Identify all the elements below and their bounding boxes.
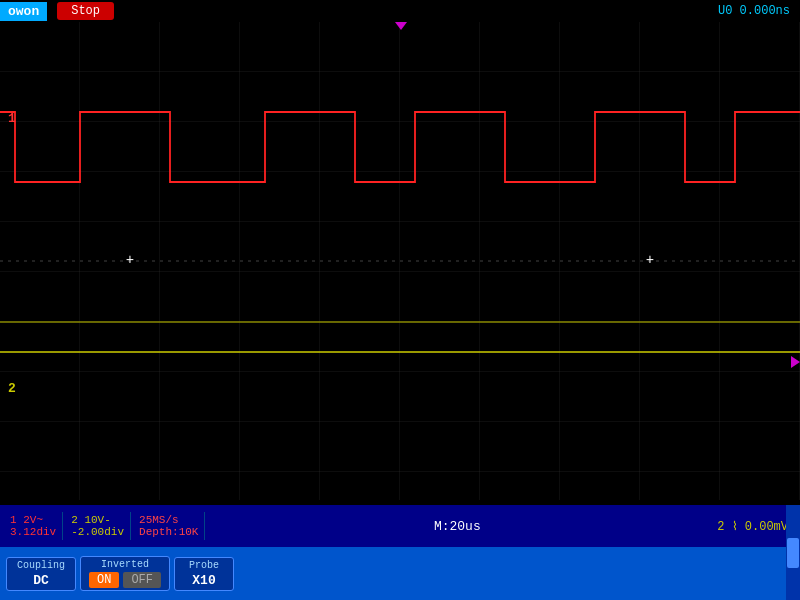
timebase: M:20us [434, 519, 481, 534]
top-bar: owon Stop U0 0.000ns [0, 0, 800, 22]
inverted-buttons: ON OFF [89, 572, 161, 588]
sample-rate: 25MS/s [139, 514, 198, 526]
coupling-value: DC [33, 573, 49, 588]
svg-text:+: + [646, 252, 654, 268]
depth: Depth:10K [139, 526, 198, 538]
inverted-label: Inverted [101, 559, 149, 570]
trigger-marker [395, 22, 407, 30]
ch1-status: 1 2V~ 3.12div [4, 512, 63, 540]
coupling-control[interactable]: Coupling DC [6, 557, 76, 591]
inverted-control: Inverted ON OFF [80, 556, 170, 591]
svg-text:1: 1 [8, 111, 16, 126]
ch2-volt: 2 10V- [71, 514, 124, 526]
inverted-off-button[interactable]: OFF [123, 572, 161, 588]
scroll-thumb[interactable] [787, 538, 799, 568]
probe-value: X10 [192, 573, 215, 588]
time-status: M:20us [207, 519, 707, 534]
bottom-bar: 1 2V~ 3.12div 2 10V- -2.00div 25MS/s Dep… [0, 505, 800, 600]
ch1-volt: 1 2V~ [10, 514, 56, 526]
right-scrollbar[interactable] [786, 505, 800, 600]
probe-control[interactable]: Probe X10 [174, 557, 234, 591]
scope-screen: + + 1 2 [0, 22, 800, 505]
svg-text:2: 2 [8, 381, 16, 396]
stop-button[interactable]: Stop [57, 2, 114, 20]
probe-label: Probe [189, 560, 219, 571]
control-row: Coupling DC Inverted ON OFF Probe X10 [0, 547, 800, 600]
brand-logo: owon [0, 2, 47, 21]
sample-status: 25MS/s Depth:10K [133, 512, 205, 540]
ch1-div: 3.12div [10, 526, 56, 538]
inverted-on-button[interactable]: ON [89, 572, 119, 588]
ch2-right-status: 2 ⌇ 0.00mV [709, 519, 796, 534]
ch2-status: 2 10V- -2.00div [65, 512, 131, 540]
ch2-div: -2.00div [71, 526, 124, 538]
waveform-svg: + + 1 2 [0, 22, 800, 505]
trigger-info: U0 0.000ns [718, 4, 800, 18]
status-row: 1 2V~ 3.12div 2 10V- -2.00div 25MS/s Dep… [0, 505, 800, 547]
coupling-label: Coupling [17, 560, 65, 571]
svg-text:+: + [126, 252, 134, 268]
ch2-right-value: 2 ⌇ 0.00mV [717, 519, 788, 534]
